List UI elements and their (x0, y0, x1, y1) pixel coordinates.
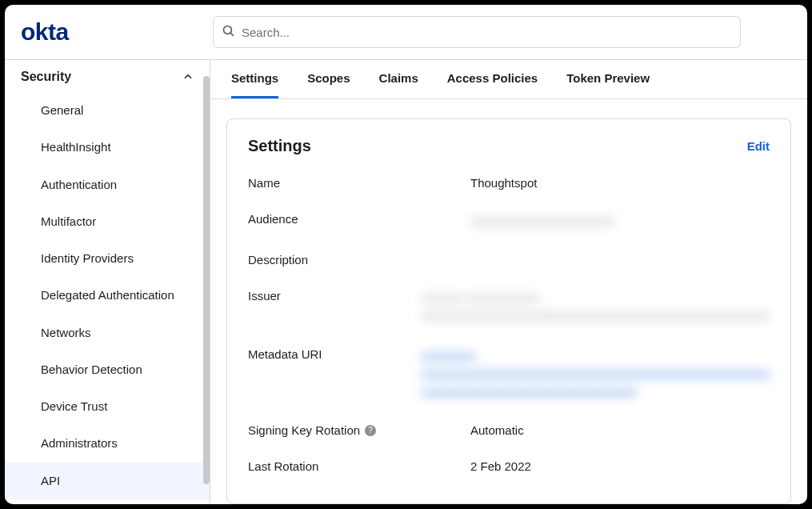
value-metadata[interactable]: xxxxxxxxxxxxxxxxxxxxxxxxxxxxxxxxxxxxxxxx… (422, 347, 770, 402)
row-name: Name Thoughtspot (248, 176, 770, 190)
value-name: Thoughtspot (470, 176, 770, 190)
tab-settings[interactable]: Settings (231, 60, 278, 98)
sidebar-items: General HealthInsight Authentication Mul… (5, 92, 210, 499)
label-name: Name (248, 176, 470, 190)
tab-token-preview[interactable]: Token Preview (566, 60, 650, 98)
top-bar: okta (5, 5, 807, 60)
sidebar-item-device-trust[interactable]: Device Trust (5, 388, 210, 425)
sidebar-item-behavior-detection[interactable]: Behavior Detection (5, 351, 210, 388)
settings-panel: Settings Edit Name Thoughtspot Audience … (226, 118, 791, 504)
row-signing: Signing Key Rotation ? Automatic (248, 423, 770, 437)
label-last-rotation: Last Rotation (248, 459, 470, 473)
panel-title: Settings (248, 137, 311, 155)
label-audience: Audience (248, 212, 470, 226)
svg-line-1 (230, 33, 234, 36)
panel-header: Settings Edit (248, 137, 770, 155)
row-issuer: Issuer xxxxxxx xxxxxxxxxxxxxxxxxxxxxxxxx… (248, 289, 770, 325)
tab-claims[interactable]: Claims (379, 60, 418, 98)
row-metadata: Metadata URI xxxxxxxxxxxxxxxxxxxxxxxxxxx… (248, 347, 770, 402)
label-description: Description (248, 253, 470, 267)
search-wrapper (213, 16, 741, 48)
sidebar-item-healthinsight[interactable]: HealthInsight (5, 129, 210, 166)
chevron-up-icon (182, 71, 194, 82)
sidebar: Security General HealthInsight Authentic… (5, 60, 210, 504)
search-field[interactable] (213, 16, 741, 48)
app-frame: okta Security (5, 5, 807, 504)
sidebar-item-identity-providers[interactable]: Identity Providers (5, 240, 210, 277)
sidebar-scrollbar[interactable] (203, 76, 210, 484)
main-area: Settings Scopes Claims Access Policies T… (210, 60, 807, 504)
label-issuer: Issuer (248, 289, 422, 303)
search-icon (222, 24, 235, 41)
edit-button[interactable]: Edit (747, 139, 770, 153)
tab-scopes[interactable]: Scopes (307, 60, 350, 98)
label-metadata: Metadata URI (248, 347, 422, 361)
tab-bar: Settings Scopes Claims Access Policies T… (210, 60, 807, 99)
sidebar-item-multifactor[interactable]: Multifactor (5, 203, 210, 240)
svg-point-0 (223, 26, 231, 34)
sidebar-item-networks[interactable]: Networks (5, 315, 210, 351)
panel-wrap: Settings Edit Name Thoughtspot Audience … (210, 99, 807, 504)
sidebar-item-administrators[interactable]: Administrators (5, 425, 210, 462)
value-last-rotation: 2 Feb 2022 (470, 459, 770, 473)
content-area: Security General HealthInsight Authentic… (5, 60, 807, 504)
label-signing: Signing Key Rotation ? (248, 423, 470, 437)
sidebar-item-delegated-authentication[interactable]: Delegated Authentication (5, 277, 210, 314)
row-audience: Audience xxxxxxxxxxxxxxxxxxxxxxxx (248, 212, 770, 230)
row-last-rotation: Last Rotation 2 Feb 2022 (248, 459, 770, 473)
search-input[interactable] (242, 26, 732, 39)
value-issuer: xxxxxxx xxxxxxxxxxxxxxxxxxxxxxxxxxxxxxxx… (422, 289, 770, 325)
help-icon[interactable]: ? (365, 425, 376, 436)
tab-access-policies[interactable]: Access Policies (447, 60, 538, 98)
sidebar-header-label: Security (21, 70, 71, 84)
value-signing: Automatic (470, 423, 770, 437)
value-audience: xxxxxxxxxxxxxxxxxxxxxxxx (470, 212, 770, 230)
okta-logo: okta (21, 18, 213, 46)
sidebar-item-authentication[interactable]: Authentication (5, 166, 210, 203)
row-description: Description (248, 253, 770, 267)
sidebar-header-security[interactable]: Security (5, 60, 210, 92)
sidebar-item-api[interactable]: API (5, 463, 210, 499)
sidebar-item-general[interactable]: General (5, 92, 210, 129)
